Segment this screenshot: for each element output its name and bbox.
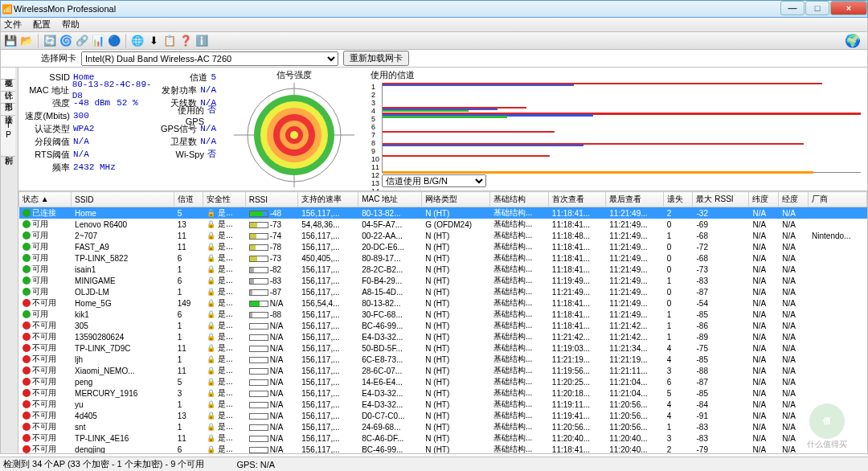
col-9[interactable]: 首次查看 <box>548 192 605 207</box>
chan-bar <box>383 131 555 133</box>
adapter-select[interactable]: Intel(R) Dual Band Wireless-AC 7260 <box>81 51 338 66</box>
col-14[interactable]: 经度 <box>779 192 809 207</box>
table-row[interactable]: 不可用MERCURY_19163🔒 是...N/A156,117,...E4-D… <box>19 387 867 399</box>
toolbar-button-0[interactable]: 💾 <box>3 34 18 48</box>
col-10[interactable]: 最后查看 <box>606 192 663 207</box>
table-row[interactable]: 不可用135902806241🔒 是...N/A156,117,...E4-D3… <box>19 331 867 342</box>
channel-section: 使用的信道 1234567891011121314OTH 信道使用 B/G/N <box>369 68 867 190</box>
table-row[interactable]: 可用TP-LINK_58226🔒 是...-73450,405,...80-89… <box>19 252 867 264</box>
channel-chart: 1234567891011121314OTH <box>382 83 861 173</box>
col-4[interactable]: RSSI <box>245 192 298 207</box>
table-row[interactable]: 不可用TP-LINK_4E1611🔒 是...N/A156,117,...8C-… <box>19 432 867 444</box>
rssi-bar-icon <box>249 379 268 386</box>
col-0[interactable]: 状态 ▲ <box>19 192 72 207</box>
minimize-button[interactable]: — <box>780 1 805 15</box>
vtab-3[interactable]: 连接 <box>1 104 15 116</box>
toolbar-button-1[interactable]: 📂 <box>19 34 34 48</box>
status-dot-icon <box>23 355 31 363</box>
maximize-button[interactable]: □ <box>805 1 829 15</box>
rssi-bar-icon <box>249 357 268 363</box>
col-5[interactable]: 支持的速率 <box>298 192 358 207</box>
rssi-bar-icon <box>249 301 268 307</box>
toolbar-button-11[interactable]: 📋 <box>162 34 177 48</box>
window-title: WirelessMon Professional <box>14 4 116 14</box>
menu-config[interactable]: 配置 <box>33 18 51 31</box>
lock-icon: 🔒 <box>207 243 215 251</box>
lock-icon: 🔒 <box>207 322 215 330</box>
status-dot-icon <box>23 400 31 408</box>
frag-value: N/A <box>73 136 89 147</box>
ap-table[interactable]: 状态 ▲SSID信道安全性RSSI支持的速率MAC 地址网络类型基础结构首次查看… <box>18 191 867 453</box>
strength-pct: 52 % <box>117 97 137 109</box>
wispy-label: Wi-Spy <box>167 149 207 160</box>
vertical-tabs: 概要统计图形连接IP 剖析 <box>1 68 18 453</box>
toolbar-button-5[interactable]: 🔗 <box>75 34 89 48</box>
speed-label: 速度(Mbits) <box>23 110 73 121</box>
toolbar-button-4[interactable]: 🌀 <box>59 34 73 48</box>
toolbar-button-6[interactable]: 📊 <box>91 34 105 48</box>
vtab-4[interactable]: IP 剖析 <box>1 116 15 157</box>
table-row[interactable]: 不可用snt1🔒 是...N/A156,117,...24-69-68...N … <box>19 421 867 432</box>
col-15[interactable]: 厂商 <box>809 192 867 207</box>
lock-icon: 🔒 <box>207 445 215 453</box>
toolbar-button-3[interactable]: 🔄 <box>43 34 57 48</box>
col-6[interactable]: MAC 地址 <box>358 192 422 207</box>
table-row[interactable]: 不可用peng5🔒 是...N/A156,117,...14-E6-E4...N… <box>19 376 867 387</box>
table-row[interactable]: 不可用dengjing6🔒 是...N/A156,117,...BC-46-99… <box>19 444 867 453</box>
close-button[interactable]: × <box>830 1 867 15</box>
reload-adapter-button[interactable]: 重新加载网卡 <box>343 51 409 66</box>
rssi-bar-icon <box>249 222 268 228</box>
lock-icon: 🔒 <box>207 231 215 240</box>
status-gps: GPS: N/A <box>236 460 275 469</box>
lock-icon: 🔒 <box>207 378 215 386</box>
table-row[interactable]: 不可用Xiaomi_NEMO...11🔒 是...N/A156,117,...2… <box>19 365 867 376</box>
status-dot-icon <box>23 209 31 217</box>
table-row[interactable]: 可用Lenovo R640013🔒 是...-7354,48,36...04-5… <box>19 219 867 230</box>
col-8[interactable]: 基础结构 <box>490 192 549 207</box>
table-row[interactable]: 可用kik16🔒 是...-88156,117,...30-FC-68...N … <box>19 309 867 320</box>
status-dot-icon <box>23 288 31 296</box>
col-3[interactable]: 安全性 <box>203 192 245 207</box>
menu-file[interactable]: 文件 <box>4 18 22 31</box>
radar-title: 信号强度 <box>219 69 369 81</box>
table-row[interactable]: 可用isain11🔒 是...-82156,117,...28-2C-B2...… <box>19 264 867 275</box>
lock-icon: 🔒 <box>207 400 215 408</box>
col-2[interactable]: 信道 <box>174 192 203 207</box>
table-row[interactable]: 可用2~70711🔒 是...-74156,117,...00-22-AA...… <box>19 230 867 241</box>
col-7[interactable]: 网络类型 <box>422 192 490 207</box>
col-13[interactable]: 纬度 <box>749 192 779 207</box>
chan-bar <box>383 110 469 112</box>
table-row[interactable]: 可用OLJD-LM1🔒 是...-87156,117,...A8-15-4D..… <box>19 286 867 297</box>
table-row[interactable]: 不可用TP-LINK_7D9C11🔒 是...N/A156,117,...50-… <box>19 342 867 354</box>
rssi-bar-icon <box>249 334 268 341</box>
toolbar-button-12[interactable]: ❓ <box>178 34 193 48</box>
col-12[interactable]: 最大 RSSI <box>693 192 749 207</box>
txpower-value: N/A <box>200 84 216 96</box>
table-row[interactable]: 可用FAST_A911🔒 是...-78156,117,...20-DC-E6.… <box>19 241 867 252</box>
table-row[interactable]: 不可用Home_5G149🔒 是...N/A156,54,4...80-13-8… <box>19 297 867 309</box>
table-row[interactable]: 已连接Home5🔒 是...-48156,117,...80-13-82...N… <box>19 207 867 219</box>
freq-label: 频率 <box>23 162 73 173</box>
globe-icon[interactable]: 🌍 <box>845 33 861 48</box>
vtab-0[interactable]: 概要 <box>1 68 15 80</box>
toolbar-button-9[interactable]: 🌐 <box>130 34 145 48</box>
lock-icon: 🔒 <box>207 412 215 420</box>
vtab-1[interactable]: 统计 <box>1 80 15 92</box>
table-row[interactable]: 可用MINIGAME6🔒 是...-83156,117,...F0-B4-29.… <box>19 275 867 286</box>
table-row[interactable]: 不可用ljh1🔒 是...N/A156,117,...6C-E8-73...N … <box>19 354 867 365</box>
table-row[interactable]: 不可用4d40513🔒 是...N/A156,117,...D0-C7-C0..… <box>19 410 867 421</box>
lock-icon: 🔒 <box>207 355 215 363</box>
rts-value: N/A <box>73 149 89 160</box>
toolbar-button-10[interactable]: ⬇ <box>146 34 161 48</box>
toolbar-button-13[interactable]: ℹ️ <box>194 34 209 48</box>
col-1[interactable]: SSID <box>72 192 174 207</box>
table-row[interactable]: 不可用3051🔒 是...N/A156,117,...BC-46-99...N … <box>19 320 867 331</box>
menu-bar: 文件 配置 帮助 <box>0 18 868 32</box>
toolbar-button-7[interactable]: 🔵 <box>107 34 121 48</box>
menu-help[interactable]: 帮助 <box>62 18 80 31</box>
channel-mode-select[interactable]: 信道使用 B/G/N <box>382 174 486 187</box>
signal-radar <box>234 83 354 187</box>
vtab-2[interactable]: 图形 <box>1 92 15 104</box>
col-11[interactable]: 遗失 <box>663 192 693 207</box>
table-row[interactable]: 不可用yu1🔒 是...N/A156,117,...E4-D3-32...N (… <box>19 399 867 410</box>
